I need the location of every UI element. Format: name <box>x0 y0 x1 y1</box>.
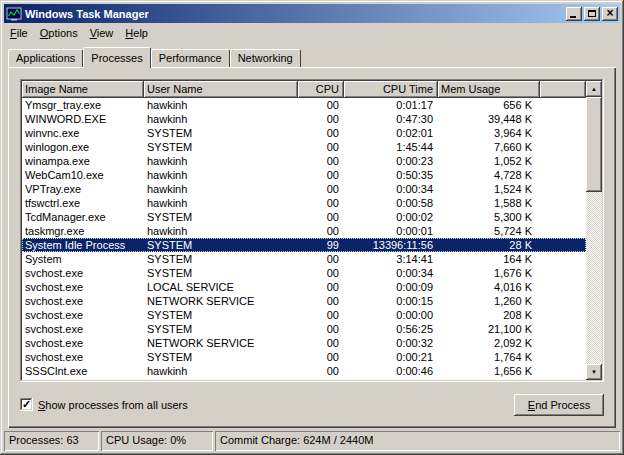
process-row[interactable]: svchost.exeSYSTEM000:56:2521,100 K <box>22 322 586 336</box>
process-row[interactable]: winampa.exehawkinh000:00:231,052 K <box>22 154 586 168</box>
tab-networking[interactable]: Networking <box>230 49 301 67</box>
checkbox-box[interactable]: ✓ <box>20 398 33 411</box>
column-header-mem[interactable]: Mem Usage <box>438 81 540 98</box>
process-row[interactable]: Ymsgr_tray.exehawkinh000:01:17656 K <box>22 98 586 112</box>
cell-image: svchost.exe <box>22 280 144 294</box>
scrollbar-thumb[interactable] <box>586 97 602 192</box>
cell-time: 0:00:15 <box>344 294 438 308</box>
menu-help[interactable]: Help <box>119 25 154 41</box>
tab-performance[interactable]: Performance <box>151 49 230 67</box>
process-row[interactable]: SystemSYSTEM003:14:41164 K <box>22 252 586 266</box>
process-row[interactable]: WINWORD.EXEhawkinh000:47:3039,448 K <box>22 112 586 126</box>
cell-filler <box>540 196 586 210</box>
cell-time: 0:00:02 <box>344 210 438 224</box>
cell-filler <box>540 364 586 378</box>
scrollbar-track[interactable] <box>586 97 602 364</box>
scroll-down-button[interactable]: ▼ <box>586 364 602 380</box>
maximize-button[interactable] <box>584 7 600 21</box>
process-row[interactable]: svchost.exeLOCAL SERVICE000:00:094,016 K <box>22 280 586 294</box>
close-icon: × <box>606 7 613 19</box>
process-row[interactable]: System Idle ProcessSYSTEM9913396:11:5628… <box>22 238 586 252</box>
cell-time: 0:56:25 <box>344 322 438 336</box>
process-row[interactable]: svchost.exeSYSTEM000:00:211,764 K <box>22 350 586 364</box>
cell-cpu: 00 <box>298 266 344 280</box>
process-row[interactable]: svchost.exeNETWORK SERVICE000:00:151,260… <box>22 294 586 308</box>
cell-time: 0:01:17 <box>344 98 438 112</box>
process-row[interactable]: SSSClnt.exehawkinh000:00:461,656 K <box>22 364 586 378</box>
close-button[interactable]: × <box>602 7 618 21</box>
cell-cpu: 99 <box>298 238 344 252</box>
cell-mem: 164 K <box>438 252 540 266</box>
vertical-scrollbar[interactable]: ▲ ▼ <box>586 81 602 380</box>
menu-options[interactable]: Options <box>34 25 84 41</box>
cell-image: svchost.exe <box>22 350 144 364</box>
menu-bar: FileOptionsViewHelp <box>4 23 620 42</box>
cell-mem: 1,676 K <box>438 266 540 280</box>
process-row[interactable]: taskmgr.exehawkinh000:00:015,724 K <box>22 224 586 238</box>
process-row[interactable]: tfswctrl.exehawkinh000:00:581,588 K <box>22 196 586 210</box>
process-row[interactable]: svchost.exeSYSTEM000:00:00208 K <box>22 308 586 322</box>
tab-processes[interactable]: Processes <box>83 47 150 68</box>
cell-mem: 7,660 K <box>438 140 540 154</box>
menu-file[interactable]: File <box>4 25 34 41</box>
cell-user: hawkinh <box>144 112 298 126</box>
minimize-button[interactable] <box>566 7 582 21</box>
cell-user: SYSTEM <box>144 140 298 154</box>
cell-mem: 3,964 K <box>438 126 540 140</box>
cell-time: 3:14:41 <box>344 252 438 266</box>
cell-mem: 5,300 K <box>438 210 540 224</box>
arrow-down-icon: ▼ <box>591 369 597 375</box>
column-header-cpu[interactable]: CPU <box>298 81 344 98</box>
scroll-up-button[interactable]: ▲ <box>586 81 602 97</box>
cell-mem: 4,016 K <box>438 280 540 294</box>
show-all-users-checkbox[interactable]: ✓ Show processes from all users <box>20 398 188 411</box>
cell-cpu: 00 <box>298 336 344 350</box>
cell-image: winampa.exe <box>22 154 144 168</box>
cell-user: SYSTEM <box>144 252 298 266</box>
cell-filler <box>540 322 586 336</box>
window-title: Windows Task Manager <box>25 8 149 20</box>
cell-user: SYSTEM <box>144 266 298 280</box>
cell-time: 0:00:58 <box>344 196 438 210</box>
cell-image: VPTray.exe <box>22 182 144 196</box>
cell-filler <box>540 252 586 266</box>
cell-filler <box>540 308 586 322</box>
app-icon[interactable] <box>6 6 22 22</box>
processes-tab-panel: Image NameUser NameCPUCPU TimeMem Usage … <box>8 67 616 428</box>
cell-cpu: 00 <box>298 294 344 308</box>
maximize-icon <box>588 10 596 17</box>
process-row[interactable]: WebCam10.exehawkinh000:50:354,728 K <box>22 168 586 182</box>
process-row[interactable]: winvnc.exeSYSTEM000:02:013,964 K <box>22 126 586 140</box>
column-header-time[interactable]: CPU Time <box>344 81 438 98</box>
title-bar[interactable]: Windows Task Manager × <box>4 4 620 23</box>
column-header-image[interactable]: Image Name <box>22 81 144 98</box>
cell-time: 0:00:01 <box>344 224 438 238</box>
end-process-button[interactable]: End Process <box>514 394 604 416</box>
cell-cpu: 00 <box>298 210 344 224</box>
column-header-user[interactable]: User Name <box>144 81 298 98</box>
cell-mem: 1,524 K <box>438 182 540 196</box>
cell-filler <box>540 210 586 224</box>
cell-filler <box>540 350 586 364</box>
process-row[interactable]: winlogon.exeSYSTEM001:45:447,660 K <box>22 140 586 154</box>
cell-image: svchost.exe <box>22 322 144 336</box>
cell-time: 0:47:30 <box>344 112 438 126</box>
cell-cpu: 00 <box>298 140 344 154</box>
cell-user: SYSTEM <box>144 308 298 322</box>
process-row[interactable]: TcdManager.exeSYSTEM000:00:025,300 K <box>22 210 586 224</box>
cell-image: winlogon.exe <box>22 140 144 154</box>
cell-mem: 208 K <box>438 308 540 322</box>
cell-cpu: 00 <box>298 98 344 112</box>
cell-user: LOCAL SERVICE <box>144 280 298 294</box>
process-row[interactable]: VPTray.exehawkinh000:00:341,524 K <box>22 182 586 196</box>
cell-cpu: 00 <box>298 280 344 294</box>
menu-view[interactable]: View <box>84 25 120 41</box>
cell-user: SYSTEM <box>144 322 298 336</box>
process-row[interactable]: svchost.exeSYSTEM000:00:341,676 K <box>22 266 586 280</box>
cell-mem: 656 K <box>438 98 540 112</box>
tab-applications[interactable]: Applications <box>8 49 83 67</box>
process-row[interactable]: svchost.exeNETWORK SERVICE000:00:322,092… <box>22 336 586 350</box>
cell-image: TcdManager.exe <box>22 210 144 224</box>
checkmark-icon: ✓ <box>22 399 31 410</box>
cell-user: SYSTEM <box>144 238 298 252</box>
